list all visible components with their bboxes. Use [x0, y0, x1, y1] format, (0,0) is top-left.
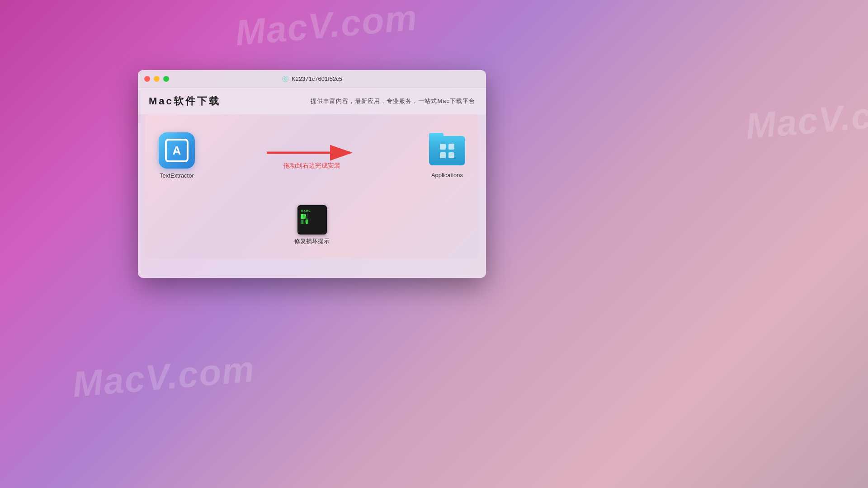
installer-window: 💿 K22371c7601f52c5 Mac软件下载 提供丰富内容，最新应用，专… — [138, 70, 486, 278]
install-area: A TextExtractor 拖动到右边完成安装 — [145, 114, 479, 259]
exec-text-3: ▒░▓ — [301, 219, 308, 225]
exec-label: 修复损坏提示 — [294, 237, 330, 245]
watermark-top: MacV.com — [234, 0, 420, 54]
drag-row: A TextExtractor 拖动到右边完成安装 — [159, 132, 465, 179]
app-icon-wrap: A TextExtractor — [159, 132, 195, 179]
arrow-container: 拖动到右边完成安装 — [199, 141, 425, 170]
exec-icon[interactable]: exec █▓░ ▒░▓ — [297, 205, 327, 235]
svg-rect-3 — [448, 144, 454, 150]
svg-rect-4 — [440, 152, 446, 158]
exec-text-2: █▓░ — [301, 214, 308, 220]
header-title: Mac软件下载 — [149, 94, 221, 108]
applications-label: Applications — [431, 172, 463, 178]
header-bar: Mac软件下载 提供丰富内容，最新应用，专业服务，一站式Mac下载平台 — [138, 88, 486, 114]
window-title: K22371c7601f52c5 — [292, 75, 342, 82]
titlebar: 💿 K22371c7601f52c5 — [138, 70, 486, 88]
applications-folder-wrap: Applications — [429, 133, 465, 178]
titlebar-title: 💿 K22371c7601f52c5 — [282, 75, 342, 82]
header-subtitle: 提供丰富内容，最新应用，专业服务，一站式Mac下载平台 — [311, 97, 475, 105]
maximize-button[interactable] — [163, 76, 169, 82]
folder-app-store-icon — [438, 142, 456, 160]
app-icon[interactable]: A — [159, 132, 195, 169]
drag-arrow-svg — [262, 141, 362, 164]
disk-icon: 💿 — [282, 75, 289, 82]
svg-rect-2 — [440, 144, 446, 150]
minimize-button[interactable] — [154, 76, 160, 82]
window-content: Mac软件下载 提供丰富内容，最新应用，专业服务，一站式Mac下载平台 A Te… — [138, 88, 486, 259]
exec-text: exec — [301, 208, 311, 214]
watermark-right: MacV.co — [744, 93, 868, 148]
traffic-lights — [144, 76, 169, 82]
app-icon-letter: A — [165, 139, 189, 162]
close-button[interactable] — [144, 76, 150, 82]
folder-icon[interactable] — [429, 133, 465, 165]
watermark-bottom-left: MacV.com — [71, 348, 257, 406]
drag-label: 拖动到右边完成安装 — [283, 162, 340, 170]
app-label: TextExtractor — [160, 172, 194, 179]
svg-rect-5 — [448, 152, 454, 158]
exec-section: exec █▓░ ▒░▓ 修复损坏提示 — [294, 205, 330, 245]
